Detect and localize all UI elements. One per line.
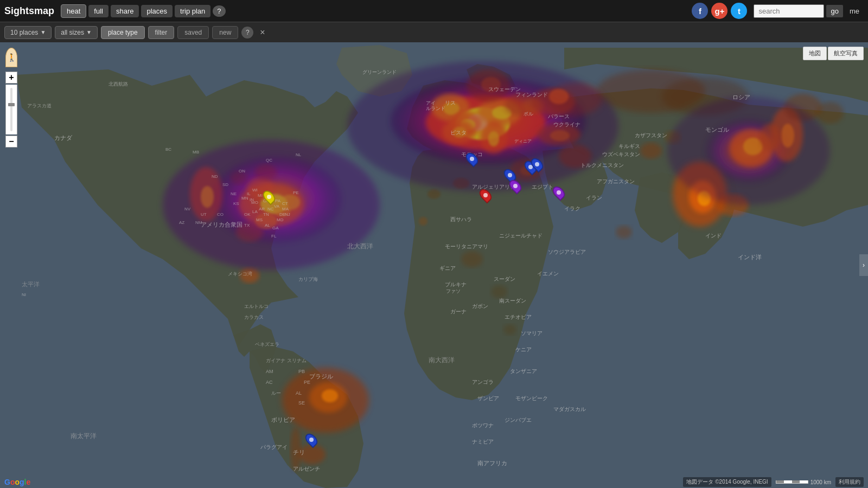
svg-point-60 xyxy=(419,217,427,226)
svg-text:TN: TN xyxy=(263,212,269,217)
svg-text:キルギス: キルギス xyxy=(618,143,640,149)
map-type-controls: 地図 航空写真 xyxy=(803,47,864,60)
svg-text:フィンランド: フィンランド xyxy=(515,92,548,98)
svg-text:TX: TX xyxy=(244,223,250,228)
svg-text:ウクライナ: ウクライナ xyxy=(553,121,580,127)
svg-text:ON: ON xyxy=(239,169,245,174)
twitter-icon[interactable]: t xyxy=(731,3,747,19)
svg-text:UT: UT xyxy=(201,212,207,217)
svg-text:MN: MN xyxy=(241,196,248,201)
svg-point-70 xyxy=(667,97,830,205)
social-icons: f g+ t xyxy=(692,3,747,19)
svg-text:モーリタニア: モーリタニア xyxy=(445,243,477,249)
svg-text:BC: BC xyxy=(165,147,171,152)
map-controls: 🚶 + − xyxy=(5,48,17,147)
map-view-button[interactable]: 地図 xyxy=(803,47,827,60)
topnav-help-button[interactable]: ? xyxy=(213,5,225,17)
svg-text:カザフスタン: カザフスタン xyxy=(635,132,667,138)
svg-text:北大西洋: 北大西洋 xyxy=(347,242,373,250)
dropdown-arrow-icon: ▼ xyxy=(86,29,92,35)
svg-text:WI: WI xyxy=(252,188,258,192)
map-pin-uk[interactable] xyxy=(467,152,477,166)
svg-text:インド洋: インド洋 xyxy=(738,254,762,260)
svg-text:AM: AM xyxy=(266,369,273,374)
tripplan-tab[interactable]: trip plan xyxy=(175,5,210,17)
svg-text:PB: PB xyxy=(298,369,305,374)
map-pin-purple1[interactable] xyxy=(510,179,520,193)
map-pin-argentina[interactable] xyxy=(307,433,316,447)
svg-text:NI: NI xyxy=(22,292,26,297)
scale-bar: 1000 km xyxy=(776,479,831,485)
svg-text:マダガスカル: マダガスカル xyxy=(553,406,586,412)
places-tab[interactable]: places xyxy=(141,5,173,17)
svg-text:エジプト: エジプト xyxy=(532,184,553,190)
svg-text:北西航路: 北西航路 xyxy=(108,81,128,87)
svg-text:スーダン: スーダン xyxy=(494,276,515,282)
map-copyright[interactable]: 利用規約 xyxy=(835,477,864,487)
svg-text:カラカス: カラカス xyxy=(244,314,264,320)
svg-text:IN: IN xyxy=(250,197,254,202)
toolbar-help-button[interactable]: ? xyxy=(241,27,253,38)
place-type-button[interactable]: place type xyxy=(101,26,145,39)
svg-text:アフガニスタン: アフガニスタン xyxy=(597,178,635,184)
street-view-icon[interactable]: 🚶 xyxy=(5,48,17,67)
svg-text:南大西洋: 南大西洋 xyxy=(429,356,455,364)
me-button[interactable]: me xyxy=(845,5,864,17)
saved-button[interactable]: saved xyxy=(177,26,209,39)
zoom-in-button[interactable]: + xyxy=(5,72,17,84)
satellite-view-button[interactable]: 航空写真 xyxy=(828,47,864,60)
zoom-out-button[interactable]: − xyxy=(5,136,17,147)
svg-text:南太平洋: 南太平洋 xyxy=(71,432,97,440)
zoom-thumb[interactable] xyxy=(8,103,15,106)
svg-text:CT: CT xyxy=(282,201,288,206)
go-button[interactable]: go xyxy=(826,5,843,17)
googleplus-icon[interactable]: g+ xyxy=(711,3,727,19)
svg-text:ルー: ルー xyxy=(271,390,281,396)
svg-text:AZ: AZ xyxy=(179,220,184,225)
facebook-icon[interactable]: f xyxy=(692,3,708,19)
svg-text:PA: PA xyxy=(275,198,281,203)
svg-text:マリ: マリ xyxy=(477,243,488,249)
heat-tab[interactable]: heat xyxy=(61,4,86,18)
toolbar-close-button[interactable]: × xyxy=(257,27,268,38)
map-container[interactable]: カナダ アメリカ合衆国 ブラジル ボリビア チリ アルゼンチ パラグアイ 南太平… xyxy=(0,42,868,488)
svg-text:AL: AL xyxy=(296,390,302,396)
svg-text:NV: NV xyxy=(184,207,191,211)
share-tab[interactable]: share xyxy=(111,5,139,17)
all-sizes-dropdown[interactable]: all sizes ▼ xyxy=(55,26,98,39)
svg-point-56 xyxy=(491,285,507,298)
map-pin-caucasus[interactable] xyxy=(554,185,564,200)
svg-text:ロシア: ロシア xyxy=(732,94,750,100)
map-pin-red1[interactable] xyxy=(481,188,490,202)
map-pin-turkey[interactable] xyxy=(532,157,542,171)
map-pin-usa[interactable] xyxy=(264,190,274,204)
map-attribution: 地図データ ©2014 Google, INEGI xyxy=(683,477,771,487)
filter-button[interactable]: filter xyxy=(148,26,175,39)
svg-text:イラク: イラク xyxy=(564,206,580,211)
svg-text:ボリビア: ボリビア xyxy=(271,416,295,423)
svg-text:QC: QC xyxy=(266,158,272,163)
svg-text:チリ: チリ xyxy=(293,449,305,455)
app-title: Sightsmap xyxy=(4,5,54,17)
svg-text:AL: AL xyxy=(265,223,270,228)
svg-text:NL: NL xyxy=(296,152,302,157)
svg-text:KS: KS xyxy=(233,201,239,206)
svg-text:MD: MD xyxy=(277,217,284,222)
svg-text:カリブ海: カリブ海 xyxy=(298,277,318,282)
full-tab[interactable]: full xyxy=(88,5,108,17)
svg-point-55 xyxy=(461,251,483,267)
search-input[interactable] xyxy=(754,4,824,18)
svg-text:アイ: アイ xyxy=(426,100,436,106)
expand-panel-arrow[interactable]: › xyxy=(859,254,868,276)
svg-text:モンゴル: モンゴル xyxy=(705,126,729,133)
svg-text:ザンビア: ザンビア xyxy=(477,395,499,401)
zoom-slider[interactable] xyxy=(5,85,17,134)
svg-text:ピスタ: ピスタ xyxy=(450,130,467,136)
places-count-dropdown[interactable]: 10 places ▼ xyxy=(4,26,52,39)
svg-point-62 xyxy=(640,143,662,159)
svg-text:ギニア: ギニア xyxy=(439,265,456,271)
svg-text:NM: NM xyxy=(195,220,202,225)
svg-text:NJ: NJ xyxy=(285,212,290,217)
svg-text:ジンバブエ: ジンバブエ xyxy=(505,417,532,423)
new-button[interactable]: new xyxy=(212,26,238,39)
